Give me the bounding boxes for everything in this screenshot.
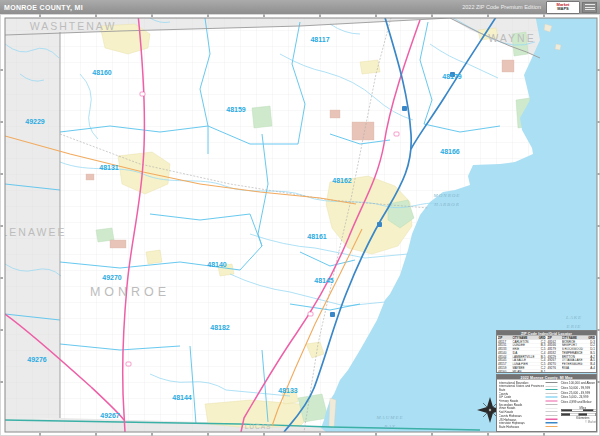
zip-label: 48159 (226, 106, 246, 113)
zip-label: 48182 (210, 324, 230, 331)
legend-city-classes: Cities 100,000 and AboveCityCities 50,00… (561, 381, 597, 429)
legend-item: State Highways (499, 425, 558, 429)
zip-label: 48140 (207, 261, 227, 268)
map-title: MONROE COUNTY, MI (0, 4, 83, 11)
county-label: WAYNE (488, 32, 535, 44)
scale-km-label: Kilometers (561, 416, 597, 419)
zip-index-left-column: ZIPCITY NAMEGRID48117CARLETONC-248131DUN… (498, 336, 546, 373)
scale-bar-kilometers: Kilometers (561, 413, 597, 419)
logo-brand-bottom: MAPS (557, 7, 569, 11)
zip-label: 49270 (102, 274, 122, 281)
zip-label: 48144 (172, 394, 192, 401)
legend-line-sample (546, 408, 558, 409)
marketmaps-logo: Market MAPS (546, 1, 580, 14)
zip-label: 48161 (307, 233, 327, 240)
zip-label: 49267 (100, 412, 120, 419)
legend-line-sample (546, 415, 558, 416)
zip-index-panel: ZIP Code Index/Grid Locator ZIPCITY NAME… (496, 330, 597, 373)
zip-label: 48160 (92, 69, 112, 76)
zip-label: 48131 (99, 164, 119, 171)
zip-label: 48145 (314, 277, 334, 284)
zip-index-right-column: ZIPCITY NAMEGRID48162MONROED-348166NEWPO… (548, 336, 596, 373)
legend-panel: 2022 Monroe County, MI Map International… (496, 374, 597, 432)
county-label: WASHTENAW (30, 20, 117, 32)
scale-bar-miles: Miles (561, 406, 597, 412)
edition-label: 2022 ZIP Code Premium Edition (462, 4, 541, 10)
legend-line-sample (546, 397, 558, 398)
county-label: LUCAS (245, 423, 272, 430)
legend-line-sample (546, 393, 558, 394)
zip-label: 49229 (25, 118, 45, 125)
legend-line-sample (546, 426, 558, 427)
county-label: MONROE (90, 285, 170, 299)
legend-line-sample (546, 389, 558, 390)
legend-line-sample (546, 400, 558, 401)
legend-line-sample (546, 412, 558, 413)
map-poster: MONROE COUNTY, MI 2022 ZIP Code Premium … (0, 0, 600, 436)
zip-label: 48166 (440, 148, 460, 155)
legend-line-sample (546, 404, 558, 405)
legend-line-sample (546, 419, 558, 421)
index-row: 48160MILANB-1 (498, 370, 546, 373)
edition-badge (582, 2, 597, 13)
city-class-row: Cities 4,999 and BelowCity (561, 400, 597, 405)
legend-footnote: © MarketMAPS (561, 420, 597, 423)
index-row: 49276RIGAA-4 (548, 366, 596, 370)
legend-line-sample (546, 422, 558, 424)
legend-items: International BoundaryInternational Stat… (499, 381, 558, 429)
zip-label: 49276 (27, 356, 47, 363)
legend-line-sample (546, 382, 558, 383)
zip-label: 48133 (278, 387, 298, 394)
zip-label: 48179 (442, 73, 462, 80)
header-bar: MONROE COUNTY, MI 2022 ZIP Code Premium … (0, 0, 600, 14)
zip-label: 48117 (310, 36, 329, 43)
county-label: LENAWEE (2, 226, 67, 238)
zip-label: 48162 (332, 177, 352, 184)
legend-line-sample (546, 386, 558, 387)
